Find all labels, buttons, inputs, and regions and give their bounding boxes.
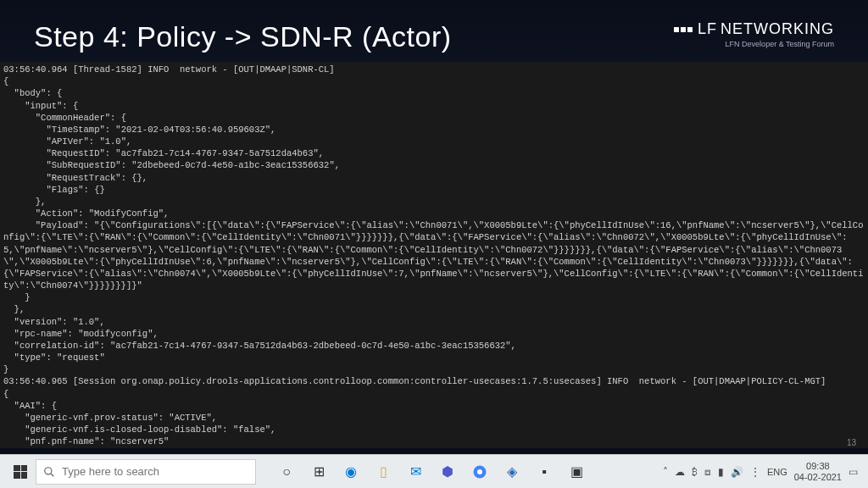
bluetooth-icon[interactable]: ₿ bbox=[692, 466, 698, 478]
taskbar-search[interactable] bbox=[36, 459, 256, 485]
logo-text: LF bbox=[698, 20, 717, 38]
cortana-icon[interactable]: ○ bbox=[271, 458, 302, 485]
dropbox-icon[interactable]: ⧈ bbox=[704, 466, 711, 478]
teams-icon[interactable]: ⬢ bbox=[432, 458, 463, 485]
logo-block: LF NETWORKING LFN Developer & Testing Fo… bbox=[674, 20, 834, 48]
virtualbox-icon[interactable]: ◈ bbox=[497, 458, 527, 485]
volume-icon[interactable]: 🔊 bbox=[731, 466, 743, 478]
search-icon bbox=[43, 466, 55, 478]
task-view-icon[interactable]: ⊞ bbox=[303, 458, 334, 485]
windows-icon bbox=[14, 465, 27, 479]
chevron-up-icon[interactable]: ˄ bbox=[663, 466, 668, 478]
battery-icon[interactable]: ▮ bbox=[718, 466, 724, 478]
wifi-icon[interactable]: ⋮ bbox=[750, 466, 760, 478]
system-tray: ˄ ☁ ₿ ⧈ ▮ 🔊 ⋮ ENG 09:38 04-02-2021 ▭ bbox=[663, 461, 863, 481]
page-number: 13 bbox=[847, 438, 856, 447]
logo-brand: NETWORKING bbox=[721, 20, 834, 38]
terminal-icon[interactable]: ▣ bbox=[561, 458, 592, 485]
slide-header: Step 4: Policy -> SDN-R (Actor) LF NETWO… bbox=[0, 0, 868, 62]
taskbar-clock[interactable]: 09:38 04-02-2021 bbox=[794, 461, 842, 481]
slide-title: Step 4: Policy -> SDN-R (Actor) bbox=[34, 20, 452, 53]
clock-time: 09:38 bbox=[794, 461, 842, 471]
onedrive-icon[interactable]: ☁ bbox=[675, 466, 685, 478]
chrome-icon[interactable] bbox=[465, 458, 495, 485]
cmd-icon[interactable]: ▪ bbox=[529, 458, 559, 485]
explorer-icon[interactable]: ▯ bbox=[368, 458, 398, 485]
start-button[interactable] bbox=[5, 458, 36, 485]
mail-icon[interactable]: ✉ bbox=[400, 458, 431, 485]
logo-subtitle: LFN Developer & Testing Forum bbox=[674, 40, 834, 48]
terminal-output: 03:56:40.964 [Thread-1582] INFO network … bbox=[0, 62, 868, 448]
lf-logo-icon bbox=[674, 27, 693, 32]
language-indicator[interactable]: ENG bbox=[767, 467, 787, 477]
search-input[interactable] bbox=[62, 465, 248, 478]
windows-taskbar: ○ ⊞ ◉ ▯ ✉ ⬢ ◈ ▪ ▣ ˄ ☁ ₿ ⧈ ▮ 🔊 ⋮ ENG 09:3… bbox=[0, 454, 868, 488]
notifications-icon[interactable]: ▭ bbox=[849, 466, 858, 478]
edge-icon[interactable]: ◉ bbox=[336, 458, 366, 485]
svg-line-1 bbox=[51, 473, 54, 476]
svg-point-0 bbox=[45, 467, 52, 474]
taskbar-pinned-apps: ○ ⊞ ◉ ▯ ✉ ⬢ ◈ ▪ ▣ bbox=[271, 458, 592, 485]
clock-date: 04-02-2021 bbox=[794, 472, 842, 482]
svg-point-3 bbox=[477, 469, 482, 474]
